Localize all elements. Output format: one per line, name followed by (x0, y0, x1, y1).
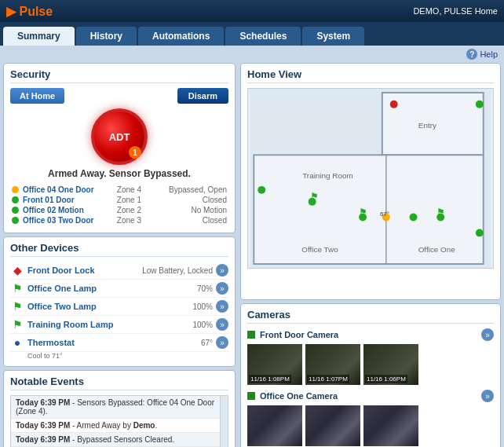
camera-expand-1[interactable]: » (481, 328, 494, 341)
device-status: 100% (192, 302, 213, 311)
device-sub-status: Cool to 71° (10, 352, 228, 361)
left-column: Security At Home Disarm ADT 1 Armed Away… (3, 63, 236, 447)
device-detail-button[interactable]: » (216, 264, 228, 277)
svg-point-10 (476, 101, 484, 108)
notable-events-title: Notable Events (10, 376, 228, 390)
floor-plan: Entry Training Room Office Two Office On… (247, 88, 494, 269)
cam-thumb-2c[interactable] (363, 405, 418, 446)
other-devices-panel: Other Devices ◆ Front Door Lock Low Batt… (3, 236, 236, 367)
device-status: 67° (201, 339, 213, 347)
right-column: Home View Entry (240, 63, 501, 447)
events-content: Today 6:39 PM - Sensors Bypassed: Office… (10, 395, 228, 447)
zone-zone: Zone 3 (114, 216, 152, 225)
tab-summary[interactable]: Summary (3, 27, 75, 46)
at-home-button[interactable]: At Home (10, 88, 64, 104)
svg-text:Entry: Entry (418, 121, 436, 130)
svg-text:⚑: ⚑ (310, 191, 319, 202)
svg-point-15 (410, 214, 418, 222)
cam-thumb-2b[interactable] (305, 405, 360, 446)
cam-thumb-1a[interactable]: 11/16 1:08PM (247, 344, 302, 385)
event-item: Today 6:39 PM - Armed Away by Demo. (11, 419, 228, 433)
zone-status: Closed (154, 196, 227, 204)
home-view-title: Home View (247, 68, 494, 83)
camera-title-row-2: Office One Camera (247, 391, 338, 401)
other-devices-title: Other Devices (10, 242, 228, 257)
office-one-camera-section: Office One Camera » (247, 390, 494, 446)
device-detail-button[interactable]: » (216, 282, 228, 295)
zone-dot (12, 186, 19, 193)
security-top: At Home Disarm (10, 88, 228, 104)
disarm-button[interactable]: Disarm (177, 88, 228, 104)
tab-history[interactable]: History (76, 27, 137, 46)
security-center: ADT 1 Armed Away. Sensor Bypassed. (10, 108, 228, 179)
cameras-panel: Cameras Front Door Camera » 11/16 1:08P (240, 303, 501, 447)
notable-events-panel: Notable Events Today 6:39 PM - Sensors B… (3, 370, 236, 447)
zone-row: Front 01 Door Zone 1 Closed (12, 196, 227, 204)
security-panel: Security At Home Disarm ADT 1 Armed Away… (3, 63, 236, 233)
cam-thumb-1b[interactable]: 11/16 1:07PM (305, 344, 360, 385)
adt-label: ADT (109, 132, 130, 142)
camera-name-1: Front Door Camera (260, 330, 338, 339)
adt-badge: 1 (129, 146, 141, 159)
svg-text:Office Two: Office Two (301, 245, 338, 254)
device-name: Thermostat (27, 338, 201, 347)
device-name: Office Two Lamp (27, 302, 192, 311)
device-row: ⚑ Office One Lamp 70% » (10, 280, 228, 298)
device-status: 70% (197, 284, 213, 293)
armed-status: Armed Away. Sensor Bypassed. (48, 168, 191, 179)
help-button[interactable]: ? Help (466, 49, 498, 60)
device-detail-button[interactable]: » (216, 300, 228, 313)
header: ▶ Pulse DEMO, PULSE Home (0, 0, 504, 22)
camera-status-dot-2 (247, 392, 255, 400)
event-item: Today 6:39 PM - Bypassed Sensors Cleared… (11, 433, 228, 447)
cam-timestamp-1a: 11/16 1:08PM (249, 375, 291, 383)
nav-tabs: Summary History Automations Schedules Sy… (0, 22, 504, 46)
front-door-camera-section: Front Door Camera » 11/16 1:08PM 11/16 1… (247, 328, 494, 385)
cam-timestamp-1b: 11/16 1:07PM (307, 375, 349, 383)
device-icon: ⚑ (10, 317, 24, 332)
camera-header-2: Office One Camera » (247, 390, 494, 402)
logo: ▶ Pulse (6, 4, 53, 19)
home-view-panel: Home View Entry (240, 63, 501, 300)
camera-images-1: 11/16 1:08PM 11/16 1:07PM 11/16 1:06PM (247, 344, 494, 385)
svg-point-11 (257, 186, 265, 194)
svg-text:⚑: ⚑ (436, 207, 445, 218)
device-status: Low Battery, Locked (142, 266, 213, 275)
cam-image-2b (305, 405, 360, 446)
cameras-title: Cameras (247, 309, 494, 324)
tab-automations[interactable]: Automations (138, 27, 224, 46)
help-bar: ? Help (3, 49, 501, 60)
events-list: Today 6:39 PM - Sensors Bypassed: Office… (11, 396, 228, 447)
zone-zone: Zone 4 (114, 185, 152, 194)
events-scrollbar[interactable] (220, 396, 228, 447)
device-icon: ● (10, 335, 24, 350)
device-detail-button[interactable]: » (216, 336, 228, 349)
camera-images-2 (247, 405, 494, 446)
device-row: ◆ Front Door Lock Low Battery, Locked » (10, 262, 228, 280)
svg-text:67°: 67° (380, 211, 389, 218)
cam-thumb-1c[interactable]: 11/16 1:06PM (363, 344, 418, 385)
zone-status: No Motion (154, 206, 227, 214)
device-detail-button[interactable]: » (216, 318, 228, 331)
zone-zone: Zone 1 (114, 196, 152, 204)
tab-schedules[interactable]: Schedules (225, 27, 301, 46)
user-info: DEMO, PULSE Home (413, 6, 498, 16)
cam-thumb-2a[interactable] (247, 405, 302, 446)
security-title: Security (10, 68, 228, 83)
camera-status-dot-1 (247, 331, 255, 339)
adt-circle: ADT 1 (91, 108, 148, 165)
tab-system[interactable]: System (302, 27, 364, 46)
main-content: ? Help Security At Home Disarm ADT 1 Arm… (0, 46, 504, 447)
zone-list: Office 04 One Door Zone 4 Bypassed, Open… (10, 184, 228, 226)
camera-header-1: Front Door Camera » (247, 328, 494, 341)
camera-title-row-1: Front Door Camera (247, 330, 338, 339)
cam-image-2a (247, 405, 302, 446)
camera-expand-2[interactable]: » (481, 390, 494, 402)
zone-row: Office 02 Motion Zone 2 No Motion (12, 206, 227, 214)
help-icon: ? (466, 49, 477, 60)
device-name: Office One Lamp (27, 284, 197, 293)
zone-zone: Zone 2 (114, 206, 152, 214)
zone-dot (12, 217, 19, 224)
svg-text:⚑: ⚑ (359, 207, 367, 218)
device-icon: ⚑ (10, 281, 24, 295)
